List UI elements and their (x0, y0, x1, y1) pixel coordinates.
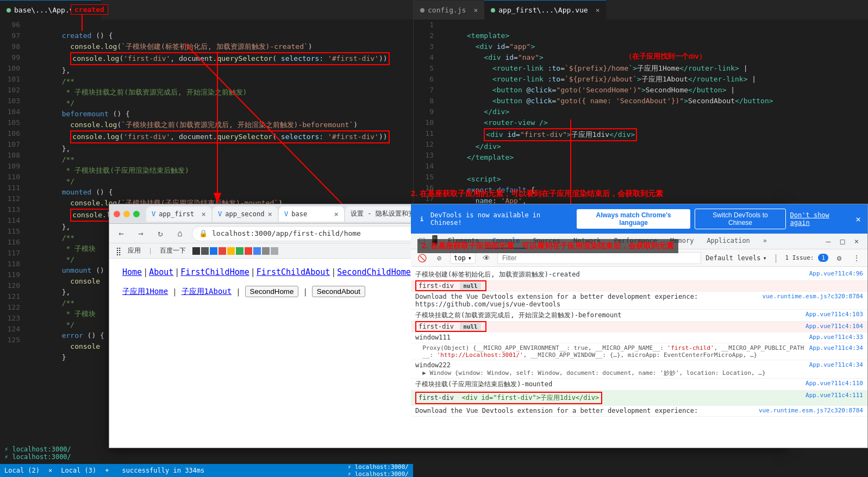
console-line: window222 ▶ Window {window: Window, self… (411, 360, 867, 379)
console-src-link[interactable]: App.vue?11c4:110 (805, 380, 863, 387)
console-line: 子模块挂载(子应用渲染结束后触发)-mounted App.vue?11c4:1… (411, 379, 867, 391)
nav-link-home[interactable]: Home (122, 267, 142, 277)
console-filter-input[interactable] (497, 252, 701, 264)
console-src-link[interactable]: App.vue?11c4:33 (809, 334, 863, 341)
console-src-link[interactable]: App.vue?11c4:96 (809, 270, 863, 277)
statusbar-local3[interactable]: Local (3) (61, 467, 96, 474)
statusbar-local2[interactable]: Local (2) (4, 467, 40, 474)
bookmark-baidu[interactable]: 百度一下 (160, 246, 186, 255)
eye-icon[interactable]: 👁 (480, 252, 493, 265)
lock-icon: 🔒 (199, 229, 208, 237)
console-clear-btn[interactable]: 🚫 (415, 252, 428, 265)
nav-link-first-child-about[interactable]: FirstChildAbout (257, 267, 330, 277)
right-tab-config-close[interactable]: × (473, 6, 478, 14)
console-src-link[interactable]: vue.runtime.esm.js?c320:8784 (763, 293, 863, 300)
right-tab-config-label: config.js (428, 6, 466, 14)
console-line: 子模块挂载之前(加载资源完成后, 开始渲染之前触发)-beforemount A… (411, 310, 867, 322)
console-src-link[interactable]: App.vue?11c4:104 (805, 323, 863, 330)
console-src-link[interactable]: App.vue?11c4:103 (805, 311, 863, 318)
right-tab-app-first[interactable]: app_first\...\App.vue × (484, 0, 606, 20)
console-src-link[interactable]: App.vue?11c4:111 (805, 392, 863, 399)
forward-btn[interactable]: → (133, 226, 148, 241)
second-about-btn[interactable]: SecondAbout (312, 286, 365, 297)
statusbar-plus[interactable]: + (105, 467, 109, 474)
first-div-badge: first-div null (415, 280, 486, 291)
top-label: top (454, 254, 466, 262)
top-context-dropdown[interactable]: top ▾ (450, 252, 476, 264)
reload-btn[interactable]: ↻ (153, 226, 168, 241)
console-line: 子模块创建(标签初始化后, 加载资源前触发)-created App.vue?1… (411, 269, 867, 281)
nav-link-second-child-home[interactable]: SecondChildHome (337, 267, 410, 277)
statusbar-urls[interactable]: ⚡ localhost:3000/⚡ localhost:3000/ (347, 463, 409, 477)
annotation-main: 2. 在基座获取子应用的元素，可以看到在子应用渲染结束后，会获取到元素 (411, 187, 867, 201)
address-text: localhost:3000/app/first-child/home (212, 229, 361, 237)
tab-vue-icon: V (152, 210, 155, 218)
top-chevron: ▾ (468, 254, 472, 262)
match-language-btn[interactable]: Always match Chrome's language (577, 209, 691, 229)
console-src-link[interactable]: App.vue?11c4:34 (809, 361, 863, 368)
right-tab-app-first-close[interactable]: × (596, 6, 600, 14)
first-div-badge2: first-div null (415, 321, 486, 332)
devtools-window-controls: — □ × (822, 234, 863, 249)
console-msg-text: window222 ▶ Window {window: Window, self… (415, 361, 805, 377)
console-src-link[interactable]: App.vue?11c4:34 (809, 344, 863, 352)
dont-show-again-link[interactable]: Don't show again (790, 211, 852, 227)
sub-link-home[interactable]: 子应用1Home (122, 287, 168, 297)
browser-tab-base-close[interactable]: × (334, 210, 339, 218)
browser-tab-second-close[interactable]: × (268, 210, 272, 218)
right-tab-config[interactable]: config.js × (414, 0, 484, 20)
right-tab-app-first-label: app_first\...\App.vue (498, 6, 588, 14)
nav-link-about[interactable]: About (149, 267, 173, 277)
win-min-btn[interactable] (123, 211, 130, 217)
dt-restore-icon[interactable]: □ (836, 235, 849, 248)
null-badge2: null (460, 323, 481, 331)
tab-dot-config (420, 8, 424, 12)
null-badge: null (460, 282, 481, 290)
browser-tab-first-close[interactable]: × (202, 210, 206, 218)
devtools-tab-more[interactable]: » (757, 234, 773, 249)
switch-devtools-btn[interactable]: Switch DevTools to Chinese (695, 209, 785, 229)
browser-tab-app-first[interactable]: V app_first × (146, 206, 211, 222)
win-close-btn[interactable] (114, 211, 120, 217)
console-msg-text: window111 (415, 334, 805, 341)
more-options-btn[interactable]: ⋮ (850, 252, 863, 265)
first-div-element-badge: first-div <div id="first-div">子应用1div</d… (415, 392, 602, 404)
sep: | (148, 247, 152, 255)
devtools-info-close[interactable]: × (855, 214, 861, 224)
editor-divider (413, 0, 414, 217)
right-editor: config.js × app_first\...\App.vue × 1234… (413, 0, 868, 217)
info-icon: i (417, 215, 426, 223)
sub-link-about[interactable]: 子应用1About (182, 287, 232, 297)
console-msg-text: Download the Vue Devtools extension for … (415, 407, 754, 415)
tab-vue-icon3: V (284, 210, 288, 218)
dt-close-icon[interactable]: × (850, 235, 863, 248)
console-msg-text: 子模块挂载之前(加载资源完成后, 开始渲染之前触发)-beforemount (415, 311, 801, 320)
url-hints: ⚡ localhost:3000/ ⚡ localhost:3000/ (4, 445, 71, 461)
nav-link-first-child-home[interactable]: FirstChildHome (180, 267, 249, 277)
second-home-btn[interactable]: SecondHome (245, 286, 299, 297)
issue-count: 1 Issue: (785, 254, 814, 261)
devtools-tab-application[interactable]: Application (700, 234, 756, 249)
browser-tab-app-second[interactable]: V app_second × (213, 206, 278, 222)
back-btn[interactable]: ← (114, 226, 129, 241)
console-line: window111 App.vue?11c4:33 (411, 332, 867, 343)
console-filter-icon[interactable]: ⊘ (433, 252, 446, 265)
win-max-btn[interactable] (133, 211, 140, 217)
console-msg-text: first-div <div id="first-div">子应用1div</d… (415, 392, 801, 404)
console-msg-text: first-div null (415, 323, 801, 330)
apps-grid-icon: ⣿ (116, 247, 121, 255)
bookmark-apps[interactable]: 应用 (128, 246, 141, 255)
devtools-info-bar: i DevTools is now available in Chinese! … (411, 204, 867, 234)
home-btn[interactable]: ⌂ (172, 226, 188, 241)
left-editor-statusbar: Local (2) × Local (3) + successfully in … (0, 464, 413, 477)
default-levels-dropdown[interactable]: Default levels ▾ (705, 254, 766, 262)
issue-badge[interactable]: 1 (818, 254, 828, 262)
line-numbers: 96979899100 101102103104105 106107108109… (0, 20, 24, 464)
default-levels-label: Default levels (705, 254, 760, 262)
browser-tab-second-label: app_second (225, 210, 264, 218)
browser-tab-base[interactable]: V base × (279, 206, 344, 222)
console-src-link[interactable]: vue.runtime.esm.js?2c320:8784 (759, 407, 863, 414)
dt-minimize-icon[interactable]: — (822, 235, 835, 248)
console-line: first-div null (411, 281, 867, 292)
settings-btn[interactable]: ⚙ (833, 252, 846, 265)
